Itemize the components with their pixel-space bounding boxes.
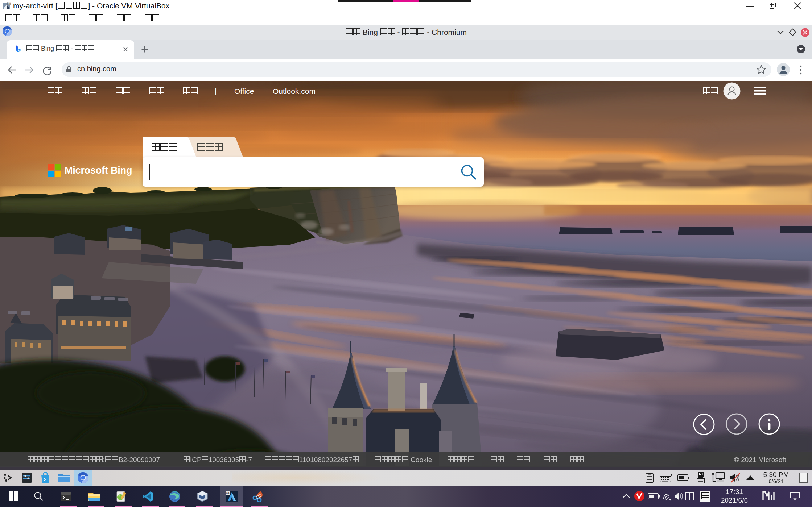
- svg-text:64: 64: [226, 491, 230, 495]
- svg-text:64: 64: [8, 2, 11, 5]
